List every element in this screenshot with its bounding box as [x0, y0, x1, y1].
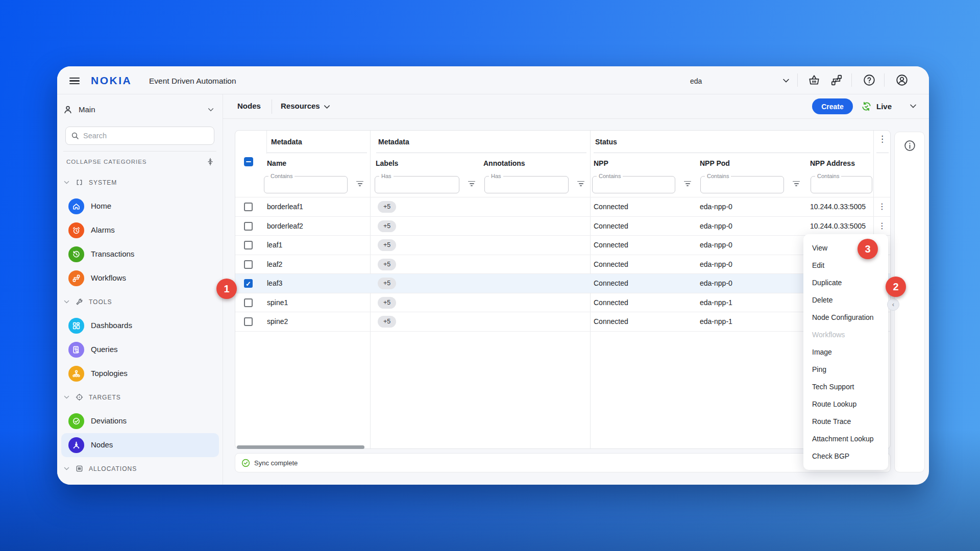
row-checkbox[interactable]	[244, 241, 253, 249]
sidebar-item-label: Nodes	[91, 440, 113, 449]
column-header-npp-pod[interactable]: NPP Pod	[700, 159, 730, 167]
create-button[interactable]: Create	[812, 98, 853, 114]
panel-collapse-button[interactable]: ‹	[887, 298, 899, 311]
row-checkbox[interactable]: ✓	[244, 279, 253, 288]
search-input[interactable]	[83, 132, 201, 140]
table-row-leaf3[interactable]: ✓leaf3+5Connectededa-npp-0⋮	[235, 274, 890, 293]
labels-count-badge[interactable]: +5	[378, 259, 396, 270]
filter-icon[interactable]	[356, 180, 364, 187]
column-header-npp-address[interactable]: NPP Address	[810, 159, 855, 167]
menu-item-route-trace[interactable]: Route Trace	[803, 413, 888, 430]
row-checkbox[interactable]	[244, 222, 253, 231]
filter-input-pod[interactable]: Contains	[700, 173, 784, 193]
collapse-categories[interactable]: COLLAPSE CATEGORIES	[57, 154, 223, 171]
namespace-selector[interactable]: eda	[690, 77, 702, 85]
row-kebab-menu-icon[interactable]: ⋮	[878, 203, 886, 211]
filter-icon[interactable]	[577, 180, 585, 187]
filter-input-addr[interactable]: Contains	[811, 173, 872, 193]
sync-status-bar: Sync complete	[235, 453, 891, 472]
menu-item-delete[interactable]: Delete	[803, 291, 888, 309]
row-kebab-menu-icon[interactable]: ⋮	[878, 222, 886, 230]
chevron-down-icon[interactable]	[909, 102, 917, 110]
group-header-metadata: Metadata	[271, 138, 302, 146]
menu-item-duplicate[interactable]: Duplicate	[803, 274, 888, 291]
chevron-down-icon[interactable]	[323, 103, 331, 111]
flowchart-icon[interactable]	[830, 73, 843, 87]
table-row-spine1[interactable]: spine1+5Connectededa-npp-1⋮	[235, 293, 890, 313]
filter-operator-label: Contains	[268, 173, 295, 179]
sidebar-item-deviations[interactable]: Deviations	[61, 409, 219, 433]
filter-input-annotations[interactable]: Has	[484, 173, 569, 193]
chevron-down-icon[interactable]	[782, 77, 795, 90]
menu-item-attachment-lookup[interactable]: Attachment Lookup	[803, 430, 888, 447]
cell-name: borderleaf1	[267, 203, 303, 211]
menu-item-ping[interactable]: Ping	[803, 361, 888, 378]
account-icon[interactable]	[895, 73, 909, 87]
sync-icon	[861, 101, 872, 112]
menu-item-tech-support[interactable]: Tech Support	[803, 378, 888, 395]
sidebar-item-queries[interactable]: Queries	[61, 338, 219, 362]
sidebar-section-tools[interactable]: TOOLS	[57, 290, 223, 314]
sidebar-section-allocations[interactable]: ALLOCATIONS	[57, 457, 223, 481]
select-all-checkbox[interactable]	[244, 157, 253, 166]
sidebar-item-nodes[interactable]: Nodes	[61, 433, 219, 457]
table-row-borderleaf2[interactable]: borderleaf2+5Connectededa-npp-010.244.0.…	[235, 217, 890, 236]
divider	[267, 153, 367, 153]
sidebar-item-alarms[interactable]: Alarms	[61, 218, 219, 242]
filter-icon[interactable]	[792, 180, 800, 187]
table-row-borderleaf1[interactable]: borderleaf1+5Connectededa-npp-010.244.0.…	[235, 197, 890, 217]
column-header-npp[interactable]: NPP	[594, 159, 608, 167]
filter-icon[interactable]	[683, 180, 692, 187]
sidebar-search[interactable]	[65, 127, 214, 145]
tab-nodes[interactable]: Nodes	[237, 102, 261, 110]
cell-npp-pod: eda-npp-1	[700, 298, 732, 307]
info-icon[interactable]	[903, 139, 916, 152]
column-header-labels[interactable]: Labels	[376, 159, 398, 167]
basket-icon[interactable]	[807, 73, 821, 87]
hamburger-menu-icon[interactable]	[69, 76, 80, 85]
live-toggle[interactable]: Live	[861, 98, 892, 114]
labels-count-badge[interactable]: +5	[378, 278, 396, 289]
labels-count-badge[interactable]: +5	[378, 201, 396, 213]
menu-item-edit[interactable]: Edit	[803, 257, 888, 274]
column-header-annotations[interactable]: Annotations	[483, 159, 525, 167]
menu-item-image[interactable]: Image	[803, 343, 888, 361]
annotation-badge-2: 2	[886, 277, 906, 297]
table-row-leaf2[interactable]: leaf2+5Connectededa-npp-0⋮	[235, 255, 890, 274]
horizontal-scrollbar[interactable]	[237, 445, 364, 449]
menu-item-check-bgp[interactable]: Check BGP	[803, 447, 888, 465]
sidebar-context-selector[interactable]: Main	[57, 101, 223, 119]
divider	[63, 151, 216, 152]
filter-icon[interactable]	[468, 180, 476, 187]
row-checkbox[interactable]	[244, 298, 253, 307]
labels-count-badge[interactable]: +5	[378, 297, 396, 309]
filter-input-labels[interactable]: Has	[375, 173, 459, 193]
menu-item-route-lookup[interactable]: Route Lookup	[803, 395, 888, 413]
sidebar-item-transactions[interactable]: Transactions	[61, 242, 219, 266]
sidebar-section-targets[interactable]: TARGETS	[57, 386, 223, 409]
sidebar-section-system[interactable]: SYSTEM	[57, 171, 223, 194]
menu-item-node-configuration[interactable]: Node Configuration	[803, 309, 888, 326]
sidebar-item-dashboards[interactable]: Dashboards	[61, 314, 219, 338]
nodes-table: Metadata Metadata Status ⋮ Name Labels A…	[235, 130, 891, 449]
filter-input-name[interactable]: Contains	[264, 173, 348, 193]
column-header-name[interactable]: Name	[267, 159, 286, 167]
filter-input-npp[interactable]: Contains	[592, 173, 675, 193]
row-checkbox[interactable]	[244, 317, 253, 326]
table-row-leaf1[interactable]: leaf1+5Connectededa-npp-0⋮	[235, 236, 890, 255]
sidebar-item-workflows[interactable]: Workflows	[61, 266, 219, 290]
row-checkbox[interactable]	[244, 203, 253, 211]
labels-count-badge[interactable]: +5	[378, 239, 396, 251]
labels-count-badge[interactable]: +5	[378, 316, 396, 328]
sidebar-item-home[interactable]: Home	[61, 194, 219, 218]
help-icon[interactable]	[863, 73, 876, 87]
sidebar-item-label: Deviations	[91, 416, 127, 425]
table-kebab-menu-icon[interactable]: ⋮	[878, 135, 887, 143]
divider	[851, 73, 852, 87]
section-label: SYSTEM	[89, 179, 117, 186]
table-row-spine2[interactable]: spine2+5Connectededa-npp-1⋮	[235, 312, 890, 332]
sidebar-item-topologies[interactable]: Topologies	[61, 362, 219, 386]
row-checkbox[interactable]	[244, 260, 253, 269]
labels-count-badge[interactable]: +5	[378, 220, 396, 232]
tab-resources[interactable]: Resources	[281, 102, 320, 110]
